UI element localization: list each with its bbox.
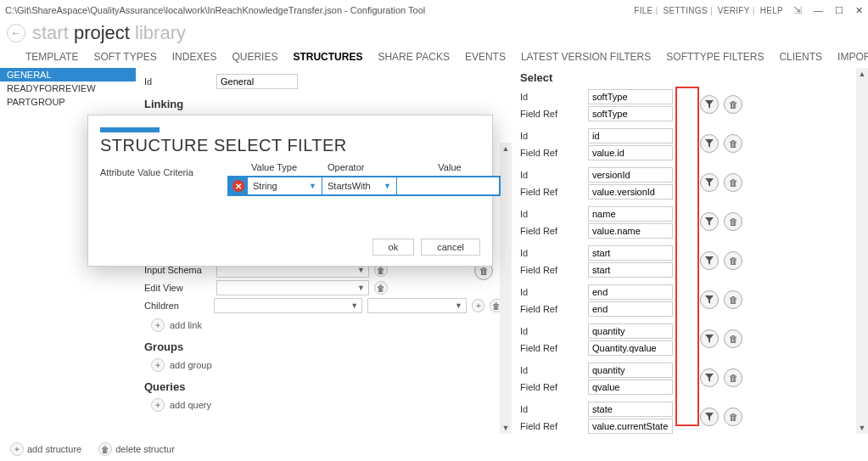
tab-indexes[interactable]: INDEXES — [172, 51, 217, 63]
trash-icon[interactable]: 🗑 — [724, 173, 742, 192]
children-add-icon[interactable]: ＋ — [472, 299, 485, 312]
trash-icon[interactable]: 🗑 — [724, 95, 742, 114]
select-ref-input[interactable] — [588, 379, 673, 395]
cancel-button[interactable]: cancel — [421, 239, 480, 256]
crumb-project[interactable]: project — [74, 22, 130, 43]
right-scrollbar[interactable]: ▲ ▼ — [856, 68, 868, 434]
field-ref-label: Field Ref — [520, 226, 588, 236]
filter-icon[interactable] — [700, 290, 719, 309]
id-label: Id — [520, 248, 588, 258]
crumb-library[interactable]: library — [135, 22, 186, 43]
select-ref-input[interactable] — [588, 301, 673, 317]
tab-events[interactable]: EVENTS — [465, 51, 506, 63]
scroll-down-icon[interactable]: ▼ — [502, 422, 510, 434]
delete-structure-button[interactable]: 🗑 delete structur — [93, 442, 175, 456]
filter-icon[interactable] — [700, 368, 719, 387]
filter-icon[interactable] — [700, 329, 719, 348]
select-id-input[interactable] — [588, 402, 673, 417]
filter-icon[interactable] — [700, 251, 719, 270]
dialog-title: STRUCTURE SELECT FILTER — [100, 136, 480, 155]
field-ref-label: Field Ref — [520, 343, 588, 353]
children-select-2[interactable]: ▼ — [367, 298, 467, 313]
tab-structures[interactable]: STRUCTURES — [293, 51, 362, 63]
select-ref-input[interactable] — [588, 262, 673, 278]
tab-import-attributes[interactable]: IMPORT ATTRIBUTES — [837, 51, 868, 63]
ok-button[interactable]: ok — [372, 239, 415, 256]
filter-icon[interactable] — [700, 173, 719, 192]
filter-icon[interactable] — [700, 134, 719, 153]
sidebar-item-general[interactable]: GENERAL — [0, 68, 136, 82]
scroll-up-icon[interactable]: ▲ — [859, 68, 866, 80]
tab-softtype-filters[interactable]: SOFTTYPE FILTERS — [666, 51, 764, 63]
filter-icon[interactable] — [700, 212, 719, 231]
operator-select[interactable]: StartsWith▼ — [322, 177, 397, 194]
scroll-up-icon[interactable]: ▲ — [502, 143, 510, 155]
tab-clients[interactable]: CLIENTS — [779, 51, 822, 63]
tab-queries[interactable]: QUERIES — [232, 51, 277, 63]
select-ref-input[interactable] — [588, 145, 673, 160]
children-select[interactable]: ▼ — [214, 298, 362, 313]
trash-icon[interactable]: 🗑 — [724, 408, 742, 426]
filter-icon[interactable] — [700, 408, 719, 426]
sidebar-item-readyforreview[interactable]: READYFORREVIEW — [0, 82, 136, 95]
edit-view-select[interactable]: ▼ — [216, 280, 369, 295]
select-ref-input[interactable] — [588, 223, 673, 239]
col-value-type: Value Type — [246, 162, 322, 176]
trash-icon[interactable]: 🗑 — [724, 212, 742, 231]
pin-icon[interactable]: ⇲ — [793, 4, 802, 16]
plus-icon: ＋ — [10, 442, 24, 456]
trash-icon[interactable]: 🗑 — [724, 329, 742, 348]
id-label: Id — [520, 287, 588, 297]
back-button[interactable]: ← — [7, 24, 25, 42]
id-label: Id — [520, 131, 588, 141]
edit-view-delete-icon[interactable]: 🗑 — [374, 281, 388, 295]
select-ref-input[interactable] — [588, 419, 673, 434]
tab-share-packs[interactable]: SHARE PACKS — [378, 51, 449, 63]
tab-soft-types[interactable]: SOFT TYPES — [93, 51, 156, 63]
trash-icon[interactable]: 🗑 — [724, 290, 742, 309]
select-id-input[interactable] — [588, 167, 673, 183]
id-label: Id — [520, 365, 588, 375]
title-bar: C:\Git\ShareAspace\QualityAssurance\loca… — [0, 0, 868, 20]
breadcrumb: ← start project library — [0, 20, 868, 48]
select-id-input[interactable] — [588, 323, 673, 339]
trash-icon[interactable]: 🗑 — [724, 134, 742, 153]
select-id-input[interactable] — [588, 89, 673, 104]
criteria-delete-button[interactable]: ✕ — [229, 177, 248, 194]
add-query-button[interactable]: ＋ add query — [151, 398, 503, 412]
add-structure-button[interactable]: ＋ add structure — [5, 442, 81, 456]
select-ref-input[interactable] — [588, 106, 673, 121]
select-item: IdField Ref🗑 — [520, 363, 861, 395]
sidebar-item-partgroup[interactable]: PARTGROUP — [0, 95, 136, 109]
menu-help[interactable]: HELP — [760, 6, 783, 15]
scroll-down-icon[interactable]: ▼ — [859, 422, 866, 434]
select-ref-input[interactable] — [588, 184, 673, 200]
value-input[interactable] — [397, 177, 499, 194]
trash-icon[interactable]: 🗑 — [724, 368, 742, 387]
select-id-input[interactable] — [588, 284, 673, 300]
menu-settings[interactable]: SETTINGS — [664, 6, 708, 15]
menu-verify[interactable]: VERIFY — [718, 6, 750, 15]
tab-template[interactable]: TEMPLATE — [25, 51, 78, 63]
select-ref-input[interactable] — [588, 340, 673, 356]
close-icon[interactable]: ✕ — [855, 5, 863, 16]
value-type-select[interactable]: String▼ — [248, 177, 322, 194]
select-id-input[interactable] — [588, 245, 673, 261]
select-item: IdField Ref🗑 — [520, 167, 861, 200]
field-ref-label: Field Ref — [520, 304, 588, 314]
add-group-button[interactable]: ＋ add group — [151, 358, 503, 372]
crumb-start[interactable]: start — [32, 22, 69, 43]
maximize-icon[interactable]: ☐ — [835, 5, 843, 16]
menu-file[interactable]: FILE — [634, 6, 652, 15]
select-id-input[interactable] — [588, 206, 673, 222]
trash-icon[interactable]: 🗑 — [724, 251, 742, 270]
minimize-icon[interactable]: — — [814, 5, 823, 16]
edit-view-label: Edit View — [144, 283, 216, 293]
select-id-input[interactable] — [588, 128, 673, 143]
add-link-button[interactable]: ＋ add link — [151, 318, 503, 332]
select-id-input[interactable] — [588, 363, 673, 378]
center-scrollbar[interactable]: ▲ ▼ — [500, 143, 512, 434]
id-input[interactable] — [216, 74, 298, 89]
tab-latest-version-filters[interactable]: LATEST VERSION FILTERS — [521, 51, 651, 63]
filter-icon[interactable] — [700, 95, 719, 114]
